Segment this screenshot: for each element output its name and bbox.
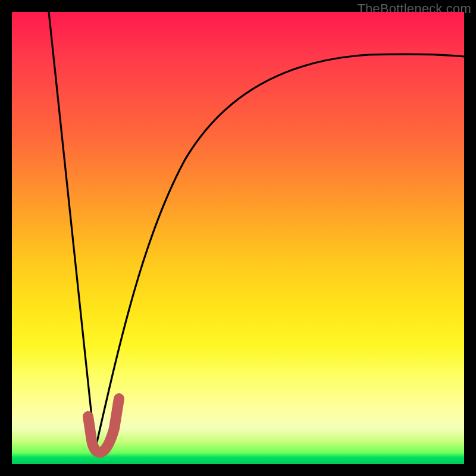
plot-area (12, 12, 464, 464)
highlight-j (88, 399, 119, 452)
curve-left (49, 12, 95, 450)
chart-frame: TheBottleneck.com (0, 0, 476, 476)
curve-layer (12, 12, 464, 464)
curve-right (95, 54, 464, 450)
